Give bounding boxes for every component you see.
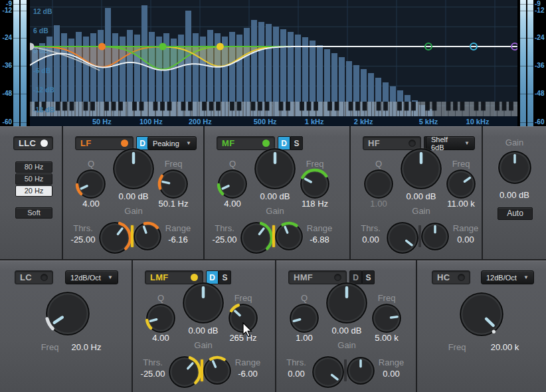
output-gain-section: Gain 0.00 dB Auto [483, 126, 546, 259]
llc-20hz-button[interactable]: 20 Hz [15, 185, 52, 197]
svg-text:12 dB: 12 dB [33, 7, 52, 15]
meter-tick [520, 11, 533, 11]
hc-freq-knob[interactable] [455, 288, 508, 343]
spectrum-display[interactable]: 50 Hz100 Hz200 Hz500 Hz1 kHz2 kHz5 kHz10… [30, 0, 517, 126]
llc-section: LLC 80 Hz 50 Hz 20 Hz Soft [0, 126, 62, 259]
mouse-cursor [242, 322, 253, 338]
svg-text:50 Hz: 50 Hz [92, 118, 112, 126]
svg-text:500 Hz: 500 Hz [254, 118, 277, 126]
meter-tick [13, 4, 27, 5]
dropdown-arrow-icon: ▼ [523, 274, 529, 280]
meter-scale-label: -12 [535, 7, 544, 14]
meter-scale-label: -24 [0, 35, 12, 41]
svg-text:-12 dB: -12 dB [33, 86, 55, 94]
llc-80hz-button[interactable]: 80 Hz [15, 161, 52, 173]
output-gain-value[interactable]: 0.00 dB [483, 190, 546, 200]
llc-soft-button[interactable]: Soft [15, 207, 52, 219]
lf-range-value[interactable]: -6.16 [156, 235, 200, 245]
llc-label: LLC [19, 138, 36, 148]
meter-scale-label: -12 [0, 7, 12, 14]
hf-gain-knob[interactable] [396, 144, 446, 197]
lf-gain-knob[interactable] [108, 144, 159, 197]
mf-range-label: Range [298, 223, 341, 233]
meter-tick [13, 38, 27, 39]
eq-node-lf[interactable] [98, 43, 106, 50]
lc-section: LC 12dB/Oct▼ Freq 20.0 Hz [0, 260, 132, 392]
dropdown-arrow-icon: ▼ [186, 140, 191, 146]
llc-label-chip: LLC [13, 136, 53, 150]
lmf-range-label: Range [226, 357, 270, 367]
level-meter-right-bar-1 [520, 0, 526, 126]
lmf-range-value[interactable]: -6.00 [226, 369, 270, 379]
meter-tick [520, 122, 533, 123]
meter-scale-label: -48 [535, 90, 544, 97]
lf-range-label: Range [156, 223, 200, 233]
analyzer-area: -9-12-24-36-48-60 50 Hz100 Hz200 Hz500 H… [0, 0, 546, 126]
hf-range-value[interactable]: 0.00 [444, 235, 488, 245]
meter-tick [13, 122, 27, 123]
hc-section: HC 12dB/Oct▼ Freq 20.00 k [417, 260, 546, 392]
svg-text:200 Hz: 200 Hz [189, 118, 212, 126]
hf-label: HF [368, 138, 380, 148]
svg-text:-6 dB: -6 dB [33, 66, 51, 74]
llc-enable-led[interactable] [41, 140, 48, 147]
lc-freq-value[interactable]: 20.0 Hz [63, 342, 110, 352]
lf-band-section: LF D S Peaking▼ Q Freq 0.00 dB 4.00 50.1… [63, 126, 203, 259]
hc-freq-value[interactable]: 20.00 k [482, 342, 528, 352]
lmf-band-section: LMF D S Q Freq 0.00 dB 4.00 265 Hz Gain … [133, 260, 275, 392]
output-auto-button[interactable]: Auto [498, 207, 533, 220]
meter-tick [520, 4, 533, 5]
hmf-gain-knob[interactable] [321, 278, 372, 331]
hc-slope-value: 12dB/Oct [486, 274, 517, 282]
hc-label: HC [437, 272, 450, 282]
svg-text:1 kHz: 1 kHz [305, 118, 324, 126]
svg-text:10 kHz: 10 kHz [466, 118, 490, 126]
meter-tick [520, 66, 533, 66]
eq-node-mf[interactable] [159, 43, 167, 50]
mf-band-section: MF D S Q Freq 0.00 dB 4.00 118 Hz Gain T… [205, 126, 349, 259]
level-meter-left-bar-1 [13, 0, 19, 126]
hf-band-section: HF D S Shelf 6dB▼ Q Freq 0.00 dB 1.00 11… [351, 126, 482, 259]
lc-label-chip: LC [15, 270, 53, 284]
meter-tick [13, 11, 27, 11]
svg-text:2 kHz: 2 kHz [354, 118, 373, 126]
lmf-gain-knob[interactable] [178, 278, 228, 331]
dropdown-arrow-icon: ▼ [464, 140, 470, 146]
mf-label: MF [222, 138, 234, 148]
lc-enable-led[interactable] [41, 274, 48, 281]
dropdown-arrow-icon: ▼ [108, 274, 113, 280]
meter-scale-label: -60 [535, 119, 544, 126]
hmf-range-label: Range [369, 357, 413, 367]
hmf-band-section: HMF D S Q Freq 0.00 dB 1.00 5.00 k Gain … [276, 260, 416, 392]
hc-label-chip: HC [432, 270, 470, 284]
lf-label: LF [80, 138, 91, 148]
hc-enable-led[interactable] [458, 274, 465, 281]
piano-keyboard [30, 102, 517, 116]
hc-slope-dropdown[interactable]: 12dB/Oct▼ [481, 270, 534, 284]
level-meter-right-bar-2 [527, 0, 533, 126]
hmf-range-value[interactable]: 0.00 [369, 369, 413, 379]
output-gain-knob[interactable] [494, 146, 536, 191]
eq-node-lmf[interactable] [217, 43, 224, 50]
meter-scale-label: -36 [0, 62, 12, 69]
mf-range-value[interactable]: -6.88 [298, 235, 341, 245]
level-meter-left-bar-2 [21, 0, 27, 126]
mf-gain-knob[interactable] [250, 144, 300, 197]
llc-50hz-button[interactable]: 50 Hz [15, 173, 52, 185]
lc-slope-value: 12dB/Oct [70, 274, 101, 282]
lmf-gain-label: Gain [163, 340, 243, 350]
meter-tick [13, 94, 27, 94]
hc-freq-label: Freq [437, 342, 477, 352]
lc-freq-knob[interactable] [41, 287, 94, 343]
meter-scale-label: -60 [0, 119, 12, 126]
svg-text:5 kHz: 5 kHz [419, 118, 438, 126]
hmf-label: HMF [294, 272, 313, 282]
meter-tick [13, 66, 27, 66]
control-panels: LLC 80 Hz 50 Hz 20 Hz Soft Gain 0.00 dB … [0, 126, 546, 392]
lc-slope-dropdown[interactable]: 12dB/Oct▼ [65, 270, 118, 284]
pro-eq-plugin-window: -9-12-24-36-48-60 50 Hz100 Hz200 Hz500 H… [0, 0, 546, 392]
lf-gain-label: Gain [94, 206, 173, 216]
meter-tick [520, 38, 533, 39]
hmf-gain-label: Gain [307, 340, 387, 350]
lc-label: LC [20, 272, 32, 282]
